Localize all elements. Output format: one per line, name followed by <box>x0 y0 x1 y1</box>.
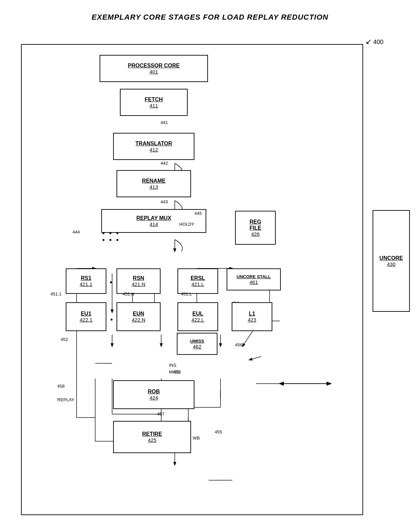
reg-file-box: REG FILE 426 <box>235 211 276 245</box>
umiss-num: 462 <box>193 344 201 349</box>
translator-label: TRANSLATOR <box>135 141 172 147</box>
eu1-box: EU1 422.1 <box>66 302 106 331</box>
processor-core-box: PROCESSOR CORE 401 <box>100 55 208 82</box>
retire-num: 425 <box>148 437 156 443</box>
rsn-num: 421.N <box>132 281 145 287</box>
umiss-label: UMISS <box>190 339 204 344</box>
replay-label: REPLAY <box>57 397 74 402</box>
rename-box: RENAME 413 <box>117 170 191 197</box>
translator-box: TRANSLATOR 412 <box>113 133 194 160</box>
uncore-stall-label: UNCORE STALL <box>237 274 271 279</box>
retire-box: RETIRE 425 <box>113 421 191 453</box>
rsn-label: RSN <box>133 275 144 281</box>
rs1-box: RS1 421.1 <box>66 268 106 294</box>
label-455: 455 <box>215 429 222 434</box>
eu1-num: 422.1 <box>80 317 92 323</box>
eun-label: EUN <box>133 311 144 317</box>
retire-label: RETIRE <box>142 431 162 437</box>
label-441: 441 <box>161 120 168 125</box>
l1-num: 423 <box>248 317 256 323</box>
label-451-1: 451.1 <box>50 291 62 297</box>
replay-mux-num: 414 <box>149 221 158 227</box>
reg-file-num: 426 <box>251 231 259 237</box>
rsn-box: RSN 421.N <box>117 268 161 294</box>
rob-num: 424 <box>149 395 158 401</box>
fetch-box: FETCH 411 <box>120 89 188 116</box>
uncore-label: UNCORE <box>379 255 403 261</box>
ersl-num: 421.L <box>191 281 204 287</box>
ins-label: INS <box>169 363 176 368</box>
miss-label: MISS <box>169 369 180 374</box>
rs1-num: 421.1 <box>80 281 92 287</box>
eul-label: EUL <box>192 311 203 317</box>
processor-core-label: PROCESSOR CORE <box>128 63 180 69</box>
ersl-label: ERSL <box>191 275 205 281</box>
label-442: 442 <box>161 161 168 166</box>
translator-num: 412 <box>149 147 158 153</box>
ref-arrow: ↙ <box>365 37 372 46</box>
ersl-box: ERSL 421.L <box>177 268 218 294</box>
eul-box: EUL 422.L <box>177 302 218 331</box>
processor-core-num: 401 <box>149 69 158 75</box>
reg-file-label: REG FILE <box>250 219 261 231</box>
uncore-stall-num: 461 <box>249 279 258 285</box>
label-452: 452 <box>61 337 68 342</box>
label-445: 445 <box>194 211 202 216</box>
page: EXEMPLARY CORE STAGES FOR LOAD REPLAY RE… <box>0 0 420 528</box>
eu1-label: EU1 <box>81 311 91 317</box>
rob-box: ROB 424 <box>113 380 194 409</box>
label-444: 444 <box>72 229 80 235</box>
holdy-label: HOLDY <box>179 222 194 227</box>
fetch-label: FETCH <box>145 97 163 103</box>
uncore-box: UNCORE 430 <box>373 210 410 312</box>
dots-top2: • • • <box>102 236 120 244</box>
rob-label: ROB <box>148 389 160 395</box>
label-458: 458 <box>57 384 65 389</box>
label-443: 443 <box>161 199 168 204</box>
eun-box: EUN 422.N <box>117 302 161 331</box>
wb-label: WB <box>193 435 200 441</box>
label-457: 457 <box>157 411 165 417</box>
uncore-stall-box: UNCORE STALL 461 <box>227 268 281 290</box>
eul-num: 422.L <box>191 317 204 323</box>
label-456: 456 <box>235 342 243 347</box>
label-451-l: 451.L <box>181 291 192 297</box>
label-451-n: 451.N <box>123 291 134 297</box>
svg-line-15 <box>249 357 261 360</box>
eun-num: 422.N <box>132 317 145 323</box>
uncore-num: 430 <box>387 261 395 267</box>
page-title: EXEMPLARY CORE STAGES FOR LOAD REPLAY RE… <box>92 13 329 22</box>
rename-num: 413 <box>149 184 158 190</box>
ref-number: ↙ 400 <box>365 37 383 46</box>
diagram-border: PROCESSOR CORE 401 FETCH 411 441 TRANSLA… <box>21 44 363 515</box>
rs1-label: RS1 <box>81 275 91 281</box>
replay-mux-label: REPLAY MUX <box>136 215 171 221</box>
l1-box: L1 423 <box>232 302 272 331</box>
fetch-num: 411 <box>149 103 158 108</box>
rename-label: RENAME <box>142 178 165 184</box>
umiss-box: UMISS 462 <box>177 333 217 355</box>
l1-label: L1 <box>249 311 255 317</box>
